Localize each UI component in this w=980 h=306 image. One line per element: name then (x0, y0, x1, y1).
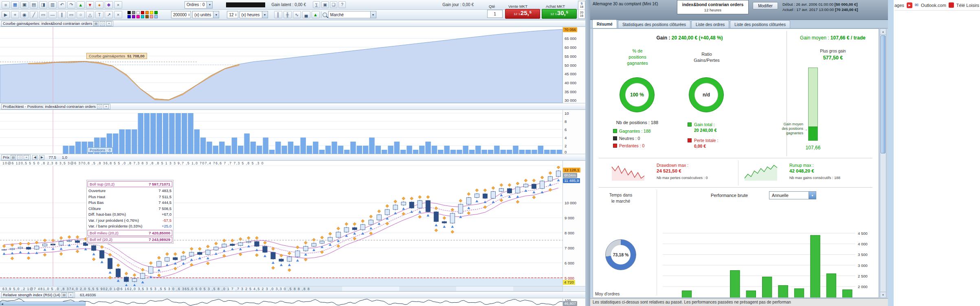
sell-arrow-icon[interactable]: ▼ (86, 1, 94, 9)
sell-market-button[interactable]: 12 1 25, 5 (505, 9, 540, 19)
equity-restore-icon[interactable]: □ (100, 21, 105, 26)
perf-chart[interactable] (663, 229, 855, 297)
workspace-icon[interactable]: ▣ (20, 1, 29, 9)
new-chart-icon[interactable]: ▦ (11, 1, 19, 9)
indicators-icon[interactable]: ▲ (312, 11, 320, 18)
tab-statistiques[interactable]: Statistiques des positions clôturées (618, 20, 690, 28)
area-style-icon[interactable]: ▄ (302, 11, 310, 18)
help-icon[interactable]: ? (338, 1, 346, 8)
orders-dropdown[interactable]: Ordres : 0▼ (185, 1, 213, 9)
equity-chart[interactable] (0, 27, 563, 103)
rsi-settings-icon[interactable]: ▤ (62, 293, 67, 297)
link-icon[interactable]: ◆ (105, 1, 113, 9)
buy-price-main: 30, (557, 9, 566, 16)
equity-panel-title[interactable]: Courbe gains&pertes: index&bond contrari… (1, 21, 113, 26)
timeframe-unit-select[interactable]: (x) heures▼ (240, 11, 268, 18)
perte-totale-row: Perte totale :0,00 € (688, 138, 719, 149)
positions-close-icon[interactable]: × (103, 104, 109, 109)
split-view-icon[interactable]: ◨ (39, 1, 47, 9)
grid-view-icon[interactable]: ▥ (48, 1, 57, 9)
date-axis-row[interactable]: 63,9 5,0 ,2 1@7 481,0 5 ,0 ,8 374,0 2,0 … (0, 286, 563, 291)
timeframe-stepper[interactable]: 12▲▼ (227, 11, 238, 18)
calculator-icon[interactable]: ∑ (313, 1, 320, 8)
favicon-icon[interactable] (949, 2, 954, 8)
price-restore-icon[interactable]: □ (17, 155, 22, 160)
bookmark-partial[interactable]: ages (894, 3, 904, 8)
triangle-tool-icon[interactable]: △ (86, 11, 94, 18)
perf-period-select[interactable]: Annuelle ▼ (769, 191, 816, 199)
chevron-down-icon: ▼ (207, 2, 212, 8)
crosshair-icon[interactable]: + (11, 11, 19, 18)
bookmark-tele-loisirs[interactable]: Télé Loisirs (956, 3, 979, 8)
axis-tick: 2 000 (858, 284, 868, 289)
drawdown-label: Drawdown max : (657, 163, 688, 168)
favicon-icon[interactable]: ▶ (907, 2, 912, 8)
market-select[interactable]: Marché▼ (328, 11, 376, 18)
pct-win-donut: 100 % (620, 77, 655, 112)
price-close-icon[interactable]: × (24, 155, 29, 160)
color-palette[interactable] (127, 11, 158, 19)
redo-icon[interactable]: ↷ (67, 1, 75, 9)
order-quantity-input[interactable]: 1 (487, 10, 503, 18)
close-all-icon[interactable]: × (114, 1, 122, 9)
detach-icon[interactable]: ❏ (330, 1, 337, 8)
buy-market-button[interactable]: 12 1 30, 5 (542, 9, 577, 19)
scrollbar-thumb[interactable] (881, 35, 886, 153)
axis-tick: 10 000 (565, 201, 576, 205)
eraser-icon[interactable]: ▭ (39, 11, 47, 18)
text-tool-icon[interactable]: T (95, 11, 103, 18)
tab-liste-ordres[interactable]: Liste des ordres (691, 20, 729, 28)
cursor-icon[interactable]: ▶ (2, 11, 10, 18)
bar-style-icon[interactable]: ╫ (283, 11, 292, 18)
bookmark-outlook[interactable]: Outlook.com (921, 3, 946, 8)
candlestick-style-icon[interactable]: ║ (274, 11, 282, 18)
drawdown-sub: Nb max pertes consécutives : 0 (657, 176, 708, 180)
vertical-scrollbar[interactable]: ▲ ▼ (880, 28, 886, 298)
equity-close-icon[interactable]: × (106, 21, 112, 26)
price-panel-title-label: Prix (3, 155, 9, 160)
scrollbar-up-arrow-icon[interactable]: ▲ (880, 29, 886, 35)
units-select[interactable]: (x) unités▼ (192, 11, 219, 18)
quantity-stepper[interactable]: 200000▲▼ (171, 11, 191, 18)
modify-button[interactable]: Modifier (753, 2, 778, 9)
rectangle-tool-icon[interactable]: ▭ (67, 11, 75, 18)
avg-gain-annotation: Gain moyendes positionsgagnantes (754, 122, 803, 136)
positions-chart[interactable] (0, 110, 563, 154)
sell-price-main: 25, (521, 9, 529, 16)
price-panel-title[interactable]: Prix ▤ □ × (1, 155, 31, 160)
gain-headline: Gain : 20 240,00 € (+40,48 %) (593, 35, 787, 41)
scrollbar-left-arrow-icon[interactable]: ◀ (0, 302, 3, 305)
screenshot-icon[interactable]: ▣ (321, 1, 329, 8)
tab-liste-positions[interactable]: Liste des positions clôturées (730, 20, 790, 28)
horizontal-scrollbar[interactable]: ◀ (0, 302, 86, 306)
channel-tool-icon[interactable]: ∥ (58, 11, 66, 18)
list-view-icon[interactable]: ▤ (30, 1, 38, 9)
buy-arrow-icon[interactable]: ▲ (77, 1, 85, 9)
pencil-icon[interactable]: ╱ (30, 11, 38, 18)
scrollbar-down-arrow-icon[interactable]: ▼ (880, 292, 886, 297)
equity-settings-icon[interactable]: ▤ (93, 21, 99, 26)
scroll-left-icon[interactable]: ◀ (32, 155, 37, 160)
undo-icon[interactable]: ↶ (58, 1, 66, 9)
replay-progress-bar[interactable] (226, 2, 265, 7)
alert-icon[interactable]: ● (95, 1, 103, 9)
tab-resume[interactable]: Résumé (592, 20, 617, 28)
segment-tool-icon[interactable]: — (48, 11, 57, 18)
search-icon[interactable] (323, 13, 327, 17)
axis-tick: 10 (565, 111, 569, 116)
axis-tick: 2 (565, 144, 567, 148)
menu-icon[interactable]: ≡ (2, 1, 10, 9)
positions-panel-title[interactable]: ProBacktest - Positions: index&bond cont… (1, 104, 110, 109)
delete-drawing-icon[interactable]: × (114, 11, 122, 18)
price-settings-icon[interactable]: ▤ (11, 155, 16, 160)
rsi-panel-title[interactable]: Relative strength index (RSI) (14) ▤ × (1, 292, 75, 298)
ellipse-tool-icon[interactable]: ○ (77, 11, 85, 18)
rsi-close-icon[interactable]: × (68, 293, 73, 297)
scroll-right-icon[interactable]: ▶ (39, 155, 44, 160)
axis-tick: 6 000 (565, 261, 574, 265)
line-style-icon[interactable]: ∿ (293, 11, 301, 18)
hand-tool-icon[interactable]: ◉ (20, 11, 29, 18)
depth-mini-table[interactable]: S18 2016 (578, 1, 585, 19)
positions-restore-icon[interactable]: □ (97, 104, 102, 109)
price-chart[interactable] (0, 166, 563, 286)
